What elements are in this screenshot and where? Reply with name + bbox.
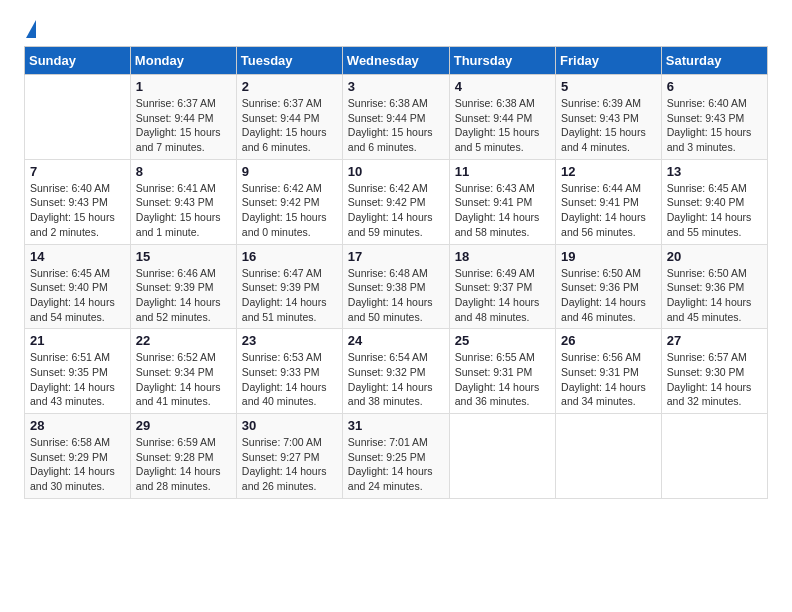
day-number: 16: [242, 249, 337, 264]
day-info: Sunrise: 6:41 AM Sunset: 9:43 PM Dayligh…: [136, 181, 231, 240]
day-number: 23: [242, 333, 337, 348]
day-number: 5: [561, 79, 656, 94]
day-number: 24: [348, 333, 444, 348]
week-row-4: 21Sunrise: 6:51 AM Sunset: 9:35 PM Dayli…: [25, 329, 768, 414]
day-number: 18: [455, 249, 550, 264]
week-row-3: 14Sunrise: 6:45 AM Sunset: 9:40 PM Dayli…: [25, 244, 768, 329]
week-row-2: 7Sunrise: 6:40 AM Sunset: 9:43 PM Daylig…: [25, 159, 768, 244]
day-info: Sunrise: 6:39 AM Sunset: 9:43 PM Dayligh…: [561, 96, 656, 155]
day-number: 14: [30, 249, 125, 264]
day-number: 12: [561, 164, 656, 179]
calendar-cell: 26Sunrise: 6:56 AM Sunset: 9:31 PM Dayli…: [556, 329, 662, 414]
day-number: 2: [242, 79, 337, 94]
calendar-cell: 1Sunrise: 6:37 AM Sunset: 9:44 PM Daylig…: [130, 75, 236, 160]
logo: [24, 20, 36, 38]
header-day-tuesday: Tuesday: [236, 47, 342, 75]
day-info: Sunrise: 6:43 AM Sunset: 9:41 PM Dayligh…: [455, 181, 550, 240]
day-info: Sunrise: 6:38 AM Sunset: 9:44 PM Dayligh…: [348, 96, 444, 155]
header-day-friday: Friday: [556, 47, 662, 75]
calendar-header: SundayMondayTuesdayWednesdayThursdayFrid…: [25, 47, 768, 75]
logo-triangle-icon: [26, 20, 36, 38]
day-number: 11: [455, 164, 550, 179]
day-info: Sunrise: 6:40 AM Sunset: 9:43 PM Dayligh…: [30, 181, 125, 240]
day-info: Sunrise: 6:42 AM Sunset: 9:42 PM Dayligh…: [242, 181, 337, 240]
calendar-cell: 20Sunrise: 6:50 AM Sunset: 9:36 PM Dayli…: [661, 244, 767, 329]
day-info: Sunrise: 6:57 AM Sunset: 9:30 PM Dayligh…: [667, 350, 762, 409]
day-info: Sunrise: 6:47 AM Sunset: 9:39 PM Dayligh…: [242, 266, 337, 325]
calendar-cell: 3Sunrise: 6:38 AM Sunset: 9:44 PM Daylig…: [342, 75, 449, 160]
calendar-cell: 15Sunrise: 6:46 AM Sunset: 9:39 PM Dayli…: [130, 244, 236, 329]
calendar-table: SundayMondayTuesdayWednesdayThursdayFrid…: [24, 46, 768, 499]
calendar-cell: 16Sunrise: 6:47 AM Sunset: 9:39 PM Dayli…: [236, 244, 342, 329]
calendar-cell: [661, 414, 767, 499]
day-info: Sunrise: 6:42 AM Sunset: 9:42 PM Dayligh…: [348, 181, 444, 240]
header-day-monday: Monday: [130, 47, 236, 75]
header-day-saturday: Saturday: [661, 47, 767, 75]
day-info: Sunrise: 6:44 AM Sunset: 9:41 PM Dayligh…: [561, 181, 656, 240]
calendar-cell: 18Sunrise: 6:49 AM Sunset: 9:37 PM Dayli…: [449, 244, 555, 329]
calendar-cell: 8Sunrise: 6:41 AM Sunset: 9:43 PM Daylig…: [130, 159, 236, 244]
calendar-cell: 6Sunrise: 6:40 AM Sunset: 9:43 PM Daylig…: [661, 75, 767, 160]
day-number: 30: [242, 418, 337, 433]
day-number: 10: [348, 164, 444, 179]
calendar-cell: 10Sunrise: 6:42 AM Sunset: 9:42 PM Dayli…: [342, 159, 449, 244]
day-number: 25: [455, 333, 550, 348]
day-number: 22: [136, 333, 231, 348]
day-info: Sunrise: 6:50 AM Sunset: 9:36 PM Dayligh…: [667, 266, 762, 325]
header-day-sunday: Sunday: [25, 47, 131, 75]
calendar-cell: 2Sunrise: 6:37 AM Sunset: 9:44 PM Daylig…: [236, 75, 342, 160]
day-number: 9: [242, 164, 337, 179]
calendar-cell: 9Sunrise: 6:42 AM Sunset: 9:42 PM Daylig…: [236, 159, 342, 244]
day-number: 19: [561, 249, 656, 264]
day-number: 3: [348, 79, 444, 94]
calendar-cell: 12Sunrise: 6:44 AM Sunset: 9:41 PM Dayli…: [556, 159, 662, 244]
calendar-cell: [25, 75, 131, 160]
calendar-cell: 22Sunrise: 6:52 AM Sunset: 9:34 PM Dayli…: [130, 329, 236, 414]
day-number: 28: [30, 418, 125, 433]
week-row-5: 28Sunrise: 6:58 AM Sunset: 9:29 PM Dayli…: [25, 414, 768, 499]
day-info: Sunrise: 6:45 AM Sunset: 9:40 PM Dayligh…: [667, 181, 762, 240]
day-number: 21: [30, 333, 125, 348]
calendar-cell: 14Sunrise: 6:45 AM Sunset: 9:40 PM Dayli…: [25, 244, 131, 329]
day-info: Sunrise: 6:52 AM Sunset: 9:34 PM Dayligh…: [136, 350, 231, 409]
day-info: Sunrise: 6:53 AM Sunset: 9:33 PM Dayligh…: [242, 350, 337, 409]
calendar-cell: 21Sunrise: 6:51 AM Sunset: 9:35 PM Dayli…: [25, 329, 131, 414]
calendar-cell: 5Sunrise: 6:39 AM Sunset: 9:43 PM Daylig…: [556, 75, 662, 160]
page-header: [24, 20, 768, 38]
day-number: 4: [455, 79, 550, 94]
calendar-cell: 28Sunrise: 6:58 AM Sunset: 9:29 PM Dayli…: [25, 414, 131, 499]
day-info: Sunrise: 6:51 AM Sunset: 9:35 PM Dayligh…: [30, 350, 125, 409]
day-info: Sunrise: 6:59 AM Sunset: 9:28 PM Dayligh…: [136, 435, 231, 494]
day-number: 6: [667, 79, 762, 94]
day-info: Sunrise: 6:49 AM Sunset: 9:37 PM Dayligh…: [455, 266, 550, 325]
calendar-cell: 19Sunrise: 6:50 AM Sunset: 9:36 PM Dayli…: [556, 244, 662, 329]
header-day-wednesday: Wednesday: [342, 47, 449, 75]
day-info: Sunrise: 6:38 AM Sunset: 9:44 PM Dayligh…: [455, 96, 550, 155]
day-info: Sunrise: 7:00 AM Sunset: 9:27 PM Dayligh…: [242, 435, 337, 494]
day-info: Sunrise: 6:48 AM Sunset: 9:38 PM Dayligh…: [348, 266, 444, 325]
day-number: 8: [136, 164, 231, 179]
calendar-cell: 23Sunrise: 6:53 AM Sunset: 9:33 PM Dayli…: [236, 329, 342, 414]
day-info: Sunrise: 6:55 AM Sunset: 9:31 PM Dayligh…: [455, 350, 550, 409]
day-info: Sunrise: 6:40 AM Sunset: 9:43 PM Dayligh…: [667, 96, 762, 155]
calendar-cell: 13Sunrise: 6:45 AM Sunset: 9:40 PM Dayli…: [661, 159, 767, 244]
day-info: Sunrise: 6:58 AM Sunset: 9:29 PM Dayligh…: [30, 435, 125, 494]
day-number: 31: [348, 418, 444, 433]
calendar-cell: 29Sunrise: 6:59 AM Sunset: 9:28 PM Dayli…: [130, 414, 236, 499]
calendar-cell: 11Sunrise: 6:43 AM Sunset: 9:41 PM Dayli…: [449, 159, 555, 244]
day-info: Sunrise: 6:54 AM Sunset: 9:32 PM Dayligh…: [348, 350, 444, 409]
day-number: 27: [667, 333, 762, 348]
day-number: 20: [667, 249, 762, 264]
calendar-cell: 30Sunrise: 7:00 AM Sunset: 9:27 PM Dayli…: [236, 414, 342, 499]
day-info: Sunrise: 6:50 AM Sunset: 9:36 PM Dayligh…: [561, 266, 656, 325]
day-info: Sunrise: 7:01 AM Sunset: 9:25 PM Dayligh…: [348, 435, 444, 494]
calendar-cell: 7Sunrise: 6:40 AM Sunset: 9:43 PM Daylig…: [25, 159, 131, 244]
calendar-cell: 24Sunrise: 6:54 AM Sunset: 9:32 PM Dayli…: [342, 329, 449, 414]
header-row: SundayMondayTuesdayWednesdayThursdayFrid…: [25, 47, 768, 75]
day-info: Sunrise: 6:46 AM Sunset: 9:39 PM Dayligh…: [136, 266, 231, 325]
calendar-cell: 25Sunrise: 6:55 AM Sunset: 9:31 PM Dayli…: [449, 329, 555, 414]
day-number: 15: [136, 249, 231, 264]
header-day-thursday: Thursday: [449, 47, 555, 75]
calendar-cell: [449, 414, 555, 499]
day-number: 26: [561, 333, 656, 348]
